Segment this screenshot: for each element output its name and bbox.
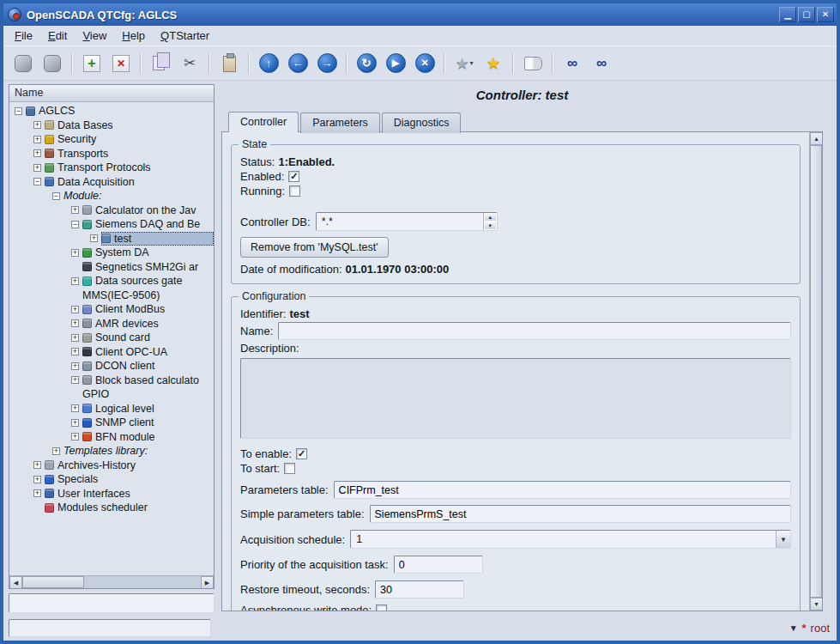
expand-icon[interactable]: + <box>33 121 41 129</box>
expand-icon[interactable]: + <box>52 447 60 455</box>
tree-item-body[interactable]: Data Acquisition <box>45 175 214 190</box>
tree-item-data-sources-gate[interactable]: +Data sources gate <box>9 274 214 289</box>
expand-icon[interactable]: + <box>71 348 79 355</box>
tree-item-body[interactable]: Transports <box>45 147 214 161</box>
scrollbar-thumb[interactable] <box>810 145 822 598</box>
go-forward-button[interactable]: → <box>313 50 341 77</box>
menu-edit[interactable]: Edit <box>40 27 75 45</box>
tree-item-archives-history[interactable]: +Archives-History <box>9 459 214 473</box>
tree-item-logical-level[interactable]: +Logical level <box>9 402 214 416</box>
running-checkbox[interactable] <box>289 185 300 197</box>
tree-item-amr-devices[interactable]: +AMR devices <box>9 317 214 331</box>
tree-item-body[interactable]: Module: <box>63 189 214 204</box>
expand-icon[interactable]: + <box>71 334 79 342</box>
tree-item-bfn-module[interactable]: +BFN module <box>9 430 214 445</box>
tab-parameters[interactable]: Parameters <box>300 112 380 133</box>
expand-icon[interactable]: + <box>90 234 98 242</box>
tree-item-body[interactable]: Specials <box>45 472 214 487</box>
enabled-checkbox[interactable]: ✓ <box>288 171 299 182</box>
copy-item-button[interactable] <box>147 50 174 77</box>
tree-item-body[interactable]: System DA <box>82 246 214 260</box>
spin-up-icon[interactable]: ▲ <box>484 213 497 222</box>
expand-icon[interactable]: + <box>71 249 79 257</box>
tree-item-calculator-on-the-jav[interactable]: +Calculator on the Jav <box>9 204 214 218</box>
scrollbar-track[interactable] <box>84 576 201 588</box>
scroll-right-icon[interactable]: ▶ <box>201 576 214 589</box>
refresh-button[interactable]: ↻ <box>353 50 380 77</box>
controller-db-combobox[interactable]: *.* ▲ ▼ <box>316 212 498 231</box>
tree-item-body[interactable]: AMR devices <box>82 317 214 331</box>
tree-item-specials[interactable]: +Specials <box>9 472 214 487</box>
menu-qtstarter[interactable]: QTStarter <box>153 27 217 45</box>
tree-item-transport-protocols[interactable]: +Transport Protocols <box>9 161 214 175</box>
tree-item-body[interactable]: BFN module <box>82 430 214 445</box>
tree-item-aglcs[interactable]: −AGLCS <box>9 104 214 118</box>
collapse-icon[interactable]: − <box>52 192 60 200</box>
tree-item-body[interactable]: MMS(IEC-9506) <box>82 289 214 303</box>
menu-file[interactable]: File <box>7 27 40 45</box>
expand-icon[interactable]: + <box>71 306 79 313</box>
description-field[interactable] <box>240 358 791 439</box>
expand-icon[interactable]: + <box>71 419 79 427</box>
expand-icon[interactable]: + <box>33 136 41 143</box>
spin-down-icon[interactable]: ▼ <box>484 222 497 230</box>
to-enable-checkbox[interactable]: ✓ <box>296 448 307 459</box>
simple-parameters-field[interactable] <box>370 505 791 523</box>
tab-controller[interactable]: Controller <box>228 112 299 132</box>
tree-item-test[interactable]: +test <box>9 232 214 246</box>
expand-icon[interactable]: + <box>33 461 41 469</box>
tree-item-body[interactable]: User Interfaces <box>45 487 214 501</box>
tree-item-body[interactable]: AGLCS <box>26 104 214 118</box>
expand-icon[interactable]: + <box>33 476 41 483</box>
tree-item-gpio[interactable]: GPIO <box>9 387 214 402</box>
tree-item-user-interfaces[interactable]: +User Interfaces <box>9 487 214 501</box>
go-up-button[interactable]: ↑ <box>255 50 282 77</box>
spin-buttons[interactable]: ▲ ▼ <box>483 213 497 230</box>
tray-expand-icon[interactable]: ▼ <box>789 623 798 633</box>
expand-icon[interactable]: + <box>33 489 41 497</box>
tree-item-security[interactable]: +Security <box>9 132 214 147</box>
tree-item-siemens-daq-and-be[interactable]: −Siemens DAQ and Be <box>9 217 214 232</box>
tree-horizontal-scrollbar[interactable]: ◀ ▶ <box>9 575 214 588</box>
tree-item-body[interactable]: Transport Protocols <box>45 161 214 175</box>
tree-item-snmp-client[interactable]: +SNMP client <box>9 416 214 430</box>
tab-diagnostics[interactable]: Diagnostics <box>382 112 462 133</box>
tree-item-body[interactable]: Siemens DAQ and Be <box>82 217 214 232</box>
tree-item-modules-scheduler[interactable]: Modules scheduler <box>9 501 214 515</box>
name-field[interactable] <box>278 322 791 340</box>
cut-item-button[interactable]: ✂ <box>176 50 203 77</box>
tree-item-body[interactable]: GPIO <box>82 387 214 402</box>
tree-filter-field[interactable] <box>9 593 215 613</box>
remove-from-db-button[interactable]: Remove from 'MySQL.test' <box>240 237 389 258</box>
expand-icon[interactable]: + <box>71 277 79 285</box>
paste-item-button[interactable] <box>215 50 243 77</box>
start-update-button[interactable]: ▶ <box>382 50 409 77</box>
minimize-button[interactable]: ▁ <box>779 7 796 22</box>
tree-item-body[interactable]: Client ModBus <box>82 302 214 317</box>
remove-item-button[interactable]: ✕ <box>107 50 135 77</box>
tree-item-body[interactable]: Segnetics SMH2Gi ar <box>82 260 214 275</box>
expand-icon[interactable]: + <box>71 376 79 384</box>
menu-view[interactable]: View <box>75 27 114 45</box>
tree-item-body[interactable]: Modules scheduler <box>45 501 214 515</box>
dropdown-arrow-icon[interactable]: ▼ <box>776 531 790 548</box>
tree-item-data-acquisition[interactable]: −Data Acquisition <box>9 175 214 190</box>
tree-item-data-bases[interactable]: +Data Bases <box>9 118 214 133</box>
content-vertical-scrollbar[interactable]: ▲ ▼ <box>809 132 822 611</box>
scroll-down-icon[interactable]: ▼ <box>810 598 823 611</box>
save-to-db-button[interactable] <box>39 50 66 77</box>
close-button[interactable]: ✕ <box>817 7 834 22</box>
load-from-db-button[interactable] <box>9 50 37 77</box>
tree-item-block-based-calculato[interactable]: +Block based calculato <box>9 374 214 388</box>
item-links-button[interactable]: ∞ <box>559 50 586 77</box>
expand-icon[interactable]: + <box>71 362 79 370</box>
maximize-button[interactable]: ▢ <box>798 7 815 22</box>
collapse-icon[interactable]: − <box>33 178 41 185</box>
tree-item-dcon-client[interactable]: +DCON client <box>9 359 214 374</box>
item-search-button[interactable]: ∞ <box>588 50 615 77</box>
scrollbar-thumb[interactable] <box>22 576 84 588</box>
priority-field[interactable] <box>394 556 483 574</box>
manual-button[interactable] <box>519 50 547 77</box>
tree-item-body[interactable]: Data sources gate <box>82 274 214 289</box>
tree-item-body[interactable]: DCON client <box>82 359 214 374</box>
